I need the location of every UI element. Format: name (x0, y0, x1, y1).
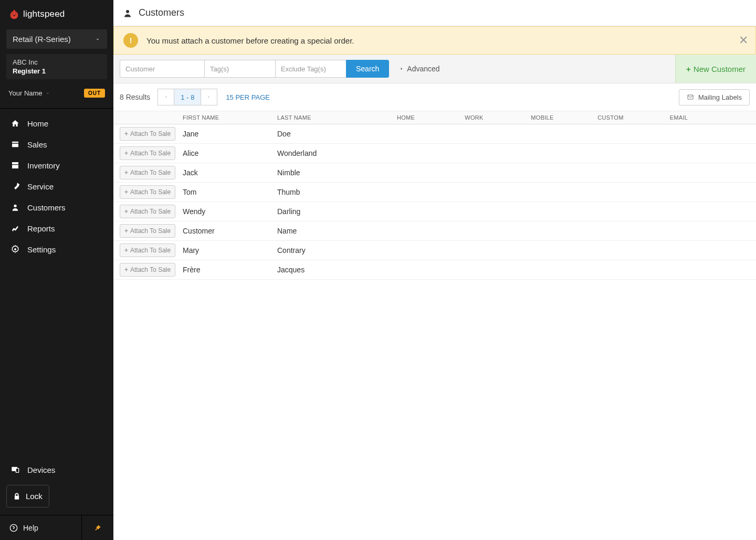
nav-label: Settings (27, 245, 56, 254)
plus-icon: + (124, 266, 128, 273)
th-home[interactable]: HOME (372, 114, 440, 121)
nav-settings[interactable]: Settings (0, 239, 113, 260)
nav-label: Sales (27, 140, 47, 149)
pager-next-button[interactable] (201, 89, 217, 105)
company-block[interactable]: ABC Inc Register 1 (6, 54, 107, 79)
exclude-tags-input[interactable] (275, 60, 346, 78)
alert-text: You must attach a customer before creati… (146, 36, 354, 45)
table-row[interactable]: +Attach To SaleAliceWonderland (113, 144, 756, 163)
plus-icon: + (124, 227, 128, 235)
attach-to-sale-button[interactable]: +Attach To Sale (120, 185, 175, 199)
nav-customers[interactable]: Customers (0, 197, 113, 218)
alert-bar: ! You must attach a customer before crea… (113, 26, 756, 55)
td-first-name: Tom (183, 188, 277, 196)
lock-icon (13, 493, 20, 500)
search-button[interactable]: Search (346, 60, 389, 78)
svg-rect-3 (16, 468, 18, 472)
th-email[interactable]: EMAIL (645, 114, 713, 121)
nav-inventory[interactable]: Inventory (0, 155, 113, 176)
plus-icon: + (124, 169, 128, 176)
pager-range[interactable]: 1 - 8 (174, 89, 201, 105)
td-last-name: Jacques (277, 266, 372, 274)
td-last-name: Thumb (277, 188, 372, 196)
attach-label: Attach To Sale (130, 208, 171, 215)
page-header: Customers (113, 0, 756, 26)
attach-to-sale-button[interactable]: +Attach To Sale (120, 166, 175, 179)
attach-label: Attach To Sale (130, 247, 171, 254)
lock-button[interactable]: Lock (6, 485, 49, 507)
company-name: ABC Inc (13, 58, 101, 66)
th-first-name[interactable]: FIRST NAME (183, 114, 277, 121)
td-last-name: Nimble (277, 168, 372, 177)
main-content: Customers ! You must attach a customer b… (113, 0, 756, 540)
devices-icon (10, 465, 20, 474)
tags-input[interactable] (204, 60, 276, 78)
td-first-name: Alice (183, 149, 277, 157)
alert-close-button[interactable]: ✕ (739, 34, 748, 47)
mailing-labels-label: Mailing Labels (698, 93, 742, 101)
customer-input[interactable] (120, 60, 205, 78)
new-customer-label: New Customer (694, 65, 746, 73)
nav-service[interactable]: Service (0, 176, 113, 197)
table-row[interactable]: +Attach To SaleTomThumb (113, 183, 756, 202)
table-row[interactable]: +Attach To SaleCustomerName (113, 221, 756, 241)
attach-to-sale-button[interactable]: +Attach To Sale (120, 127, 175, 141)
attach-to-sale-button[interactable]: +Attach To Sale (120, 205, 175, 218)
table-row[interactable]: +Attach To SaleFrèreJacques (113, 260, 756, 280)
brand-logo: lightspeed (0, 0, 113, 26)
attach-to-sale-button[interactable]: +Attach To Sale (120, 146, 175, 160)
nav-sales[interactable]: Sales (0, 134, 113, 155)
mailing-labels-button[interactable]: Mailing Labels (679, 89, 750, 105)
attach-to-sale-button[interactable]: +Attach To Sale (120, 224, 175, 238)
customers-icon (10, 203, 20, 212)
warning-icon: ! (123, 33, 138, 48)
retail-selector[interactable]: Retail (R-Series) (6, 29, 107, 49)
sidebar-bottom: Devices Lock Help (0, 459, 113, 540)
out-badge: OUT (84, 89, 105, 98)
th-work[interactable]: WORK (440, 114, 508, 121)
th-mobile[interactable]: MOBILE (508, 114, 576, 121)
advanced-link[interactable]: Advanced (400, 65, 439, 73)
settings-icon (10, 245, 20, 254)
attach-to-sale-button[interactable]: +Attach To Sale (120, 263, 175, 277)
help-icon (9, 524, 18, 532)
plus-icon: + (124, 188, 128, 196)
th-custom[interactable]: CUSTOM (576, 114, 645, 121)
new-customer-button[interactable]: + New Customer (675, 55, 756, 83)
nav-label: Service (27, 182, 54, 191)
attach-label: Attach To Sale (130, 188, 171, 196)
td-last-name: Doe (277, 130, 372, 138)
pin-button[interactable] (82, 515, 113, 540)
svg-point-1 (14, 248, 16, 250)
td-first-name: Jane (183, 130, 277, 138)
filter-inputs: Search (120, 60, 389, 78)
pager-prev-button[interactable] (158, 89, 174, 105)
svg-point-5 (126, 10, 129, 13)
per-page-link[interactable]: 15 PER PAGE (226, 93, 270, 101)
plus-icon: + (124, 130, 128, 137)
close-icon: ✕ (739, 34, 748, 47)
help-button[interactable]: Help (0, 515, 82, 540)
table-row[interactable]: +Attach To SaleWendyDarling (113, 202, 756, 221)
td-first-name: Customer (183, 227, 277, 235)
attach-label: Attach To Sale (130, 266, 171, 273)
td-last-name: Wonderland (277, 149, 372, 157)
nav-reports[interactable]: Reports (0, 218, 113, 239)
table-row[interactable]: +Attach To SaleJaneDoe (113, 124, 756, 144)
svg-point-4 (10, 524, 17, 531)
table-row[interactable]: +Attach To SaleMaryContrary (113, 241, 756, 260)
reports-icon (10, 224, 20, 233)
table-row[interactable]: +Attach To SaleJackNimble (113, 163, 756, 183)
attach-label: Attach To Sale (130, 227, 171, 235)
table-header: FIRST NAME LAST NAME HOME WORK MOBILE CU… (113, 111, 756, 124)
flame-icon (8, 8, 20, 20)
nav-devices[interactable]: Devices (0, 459, 113, 481)
user-name: Your Name (8, 89, 50, 97)
th-last-name[interactable]: LAST NAME (277, 114, 372, 121)
retail-selector-label: Retail (R-Series) (13, 35, 71, 44)
nav-home[interactable]: Home (0, 113, 113, 134)
td-last-name: Contrary (277, 246, 372, 255)
attach-to-sale-button[interactable]: +Attach To Sale (120, 243, 175, 257)
svg-point-0 (14, 205, 16, 207)
user-row[interactable]: Your Name OUT (6, 86, 107, 101)
